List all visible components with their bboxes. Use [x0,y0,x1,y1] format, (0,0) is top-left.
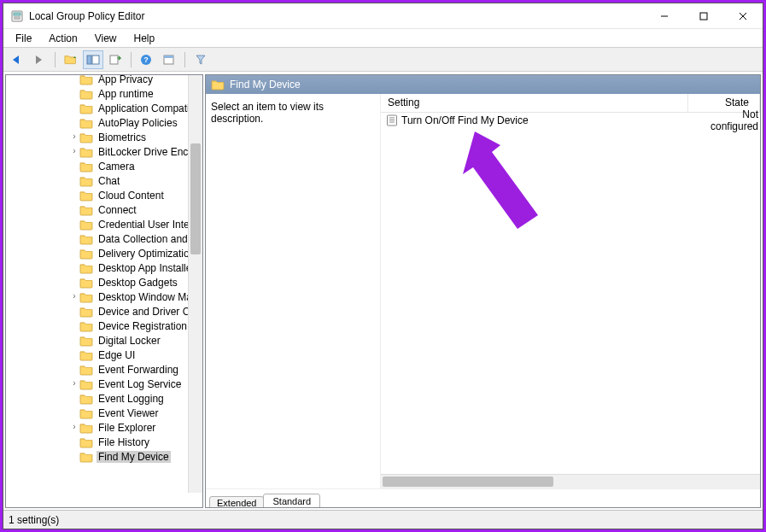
tab-standard[interactable]: Standard [263,494,320,508]
tree-item[interactable]: ›File History [6,435,202,449]
tree-item[interactable]: ›App Privacy [6,75,202,86]
folder-icon [79,175,93,187]
export-list-button[interactable] [105,50,126,69]
folder-icon [79,132,93,143]
minimize-button[interactable] [645,3,684,29]
tree-item-label: Delivery Optimization [96,248,196,260]
folder-icon [79,219,93,231]
menu-action[interactable]: Action [40,31,85,46]
up-level-button[interactable] [61,50,81,69]
expand-icon[interactable]: › [69,291,79,301]
help-button[interactable]: ? [137,50,157,69]
tree-item[interactable]: ›Device and Driver Co [6,304,202,319]
tree-item[interactable]: ›Event Logging [6,391,202,406]
tree-item-label: Device Registration [96,320,189,332]
show-tree-button[interactable] [83,50,103,69]
forward-button[interactable] [29,50,50,69]
tree-item-label: Connect [96,204,138,216]
tab-extended[interactable]: Extended [209,496,264,508]
tree-item[interactable]: ›Event Forwarding [6,362,202,377]
folder-icon [79,364,93,376]
tree-item[interactable]: ›Device Registration [6,319,202,333]
titlebar[interactable]: Local Group Policy Editor [3,3,763,29]
tree-item-label: AutoPlay Policies [96,117,179,129]
menu-view[interactable]: View [86,31,126,46]
tree-item[interactable]: ›Cloud Content [6,188,202,202]
tree-item[interactable]: ›App runtime [6,86,202,101]
tree-item[interactable]: ›Edge UI [6,348,202,362]
list-hscroll-thumb[interactable] [383,476,553,487]
tree-item[interactable]: ›Digital Locker [6,333,202,348]
tree-item-label: Event Forwarding [96,364,180,376]
tree-item-label: Find My Device [96,451,171,463]
folder-icon [79,248,93,260]
menubar: File Action View Help [3,29,763,48]
tree-item[interactable]: ›Delivery Optimization [6,246,202,260]
tree-item[interactable]: ›Connect [6,202,202,217]
app-icon [10,9,24,23]
tree-item-label: Cloud Content [96,190,166,202]
tree-item-label: Edge UI [96,349,137,361]
tree-item[interactable]: ›Find My Device [6,449,202,464]
tree-vscroll-thumb[interactable] [190,143,201,254]
expand-icon[interactable]: › [69,146,79,155]
tree-item-label: Desktop Window Ma [96,291,194,303]
expand-icon[interactable]: › [69,422,79,431]
tree-item[interactable]: ›Application Compati [6,101,202,115]
tree-item[interactable]: ›Event Log Service [6,377,202,391]
tree-item-label: App runtime [96,88,155,100]
column-setting[interactable]: Setting [381,94,688,112]
content-pane: Find My Device Select an item to view it… [205,74,761,508]
maximize-button[interactable] [684,3,723,29]
folder-icon [79,190,93,202]
folder-icon [79,393,93,405]
tree-item-label: Camera [96,161,137,172]
menu-file[interactable]: File [7,31,40,46]
tree-item-label: BitLocker Drive Encry [96,146,198,158]
folder-icon [211,79,225,91]
tree-item[interactable]: ›Chat [6,173,202,188]
tree-item-label: Application Compati [96,102,191,114]
folder-icon [79,75,93,85]
tree-item[interactable]: ›Biometrics [6,130,202,144]
list-hscrollbar[interactable] [381,474,760,488]
folder-icon [79,306,93,318]
svg-rect-18 [164,56,173,58]
tree-item[interactable]: ›File Explorer [6,420,202,435]
tree-item[interactable]: ›Camera [6,159,202,173]
tree-item[interactable]: ›Desktop Window Ma [6,289,202,304]
tree-item[interactable]: ›Desktop App Installer [6,260,202,275]
folder-icon [79,88,93,100]
tree-item-label: Credential User Interf [96,219,197,231]
tree-vscrollbar[interactable] [188,75,202,493]
description-prompt: Select an item to view its description. [211,101,324,125]
svg-rect-14 [110,56,118,64]
expand-icon[interactable]: › [69,378,79,388]
toolbar: ? [3,48,763,72]
tree-item[interactable]: ›BitLocker Drive Encry [6,144,202,159]
properties-button[interactable] [159,50,179,69]
back-button[interactable] [7,50,27,69]
folder-icon [79,146,93,158]
menu-help[interactable]: Help [126,31,164,46]
content-header-title: Find My Device [230,79,301,91]
folder-icon [79,102,93,114]
tree-item-label: Device and Driver Co [96,306,197,318]
tree-item[interactable]: ›Desktop Gadgets [6,275,202,289]
close-button[interactable] [723,3,763,29]
tree-item[interactable]: ›Data Collection and P [6,231,202,246]
tree-item[interactable]: ›AutoPlay Policies [6,115,202,130]
filter-button[interactable] [190,50,211,69]
tree-item-label: Event Logging [96,393,166,405]
expand-icon[interactable]: › [69,132,79,141]
folder-icon [79,233,93,245]
content-header: Find My Device [206,75,760,94]
policy-icon [386,114,398,126]
setting-state: Not configured [704,108,760,132]
tree-scroll[interactable]: ›App Privacy›App runtime›Application Com… [6,75,202,507]
tree-item[interactable]: ›Credential User Interf [6,217,202,231]
folder-icon [79,161,93,172]
tree-item[interactable]: ›Event Viewer [6,406,202,420]
setting-row[interactable]: Turn On/Off Find My DeviceNot configured [381,113,760,128]
folder-icon [79,378,93,390]
